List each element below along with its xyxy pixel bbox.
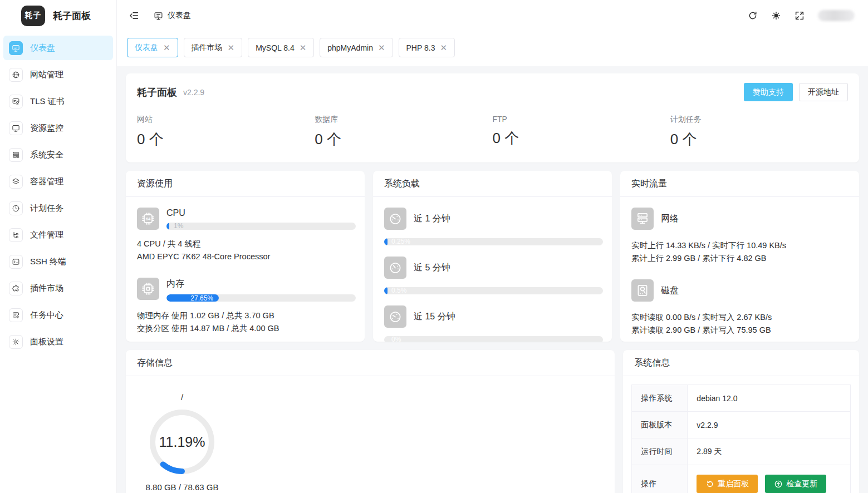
system-info-card: 系统信息 操作系统 debian 12.0 面板版本 v2.2.9 (623, 350, 859, 493)
tab-dashboard[interactable]: 仪表盘✕ (127, 38, 178, 57)
terminal-icon (9, 255, 23, 269)
app-root: 耗子 耗子面板 仪表盘 网站管理 TLS 证书 资源监控 系统安全 (0, 0, 868, 493)
sidebar-item-label: 插件市场 (30, 283, 63, 294)
restart-panel-button[interactable]: 重启面板 (697, 475, 758, 493)
stat-label: 计划任务 (670, 115, 848, 125)
sidebar-item-cron[interactable]: 计划任务 (3, 196, 113, 220)
panel-overview-card: 耗子面板 v2.2.9 赞助支持 开源地址 网站 0 个 数据库 0 个 (126, 73, 859, 162)
source-button[interactable]: 开源地址 (799, 83, 848, 101)
stat-value: 0 个 (315, 130, 492, 149)
stat-value: 0 个 (670, 130, 848, 149)
load-row-15min: 近 15 分钟 0% (384, 305, 603, 342)
close-icon[interactable]: ✕ (440, 43, 447, 52)
tab-mysql[interactable]: MySQL 8.4✕ (248, 38, 314, 57)
cpu-percent-label: 1% (174, 223, 183, 230)
main-column: 仪表盘 仪表盘✕ 插件市场✕ MySQL 8.4✕ phpMyAdmin✕ (117, 0, 868, 493)
disk-realtime-line: 实时读取 0.00 B/s / 实时写入 2.67 KB/s (631, 311, 850, 324)
sidebar-item-ssh[interactable]: SSH 终端 (3, 249, 113, 274)
restart-button-label: 重启面板 (718, 479, 749, 489)
theme-sun-icon[interactable] (771, 11, 781, 21)
panel-version-label: 面板版本 (632, 412, 688, 438)
uptime-value: 2.89 天 (688, 438, 851, 465)
close-icon[interactable]: ✕ (300, 43, 307, 52)
sidebar: 耗子 耗子面板 仪表盘 网站管理 TLS 证书 资源监控 系统安全 (0, 0, 117, 493)
cpu-progress-bar: 1% (166, 223, 356, 230)
load-label: 近 15 分钟 (414, 311, 455, 323)
tab-label: PHP 8.3 (406, 43, 435, 52)
uptime-label: 运行时间 (632, 438, 688, 465)
tabbar: 仪表盘✕ 插件市场✕ MySQL 8.4✕ phpMyAdmin✕ PHP 8.… (117, 31, 868, 66)
sidebar-item-containers[interactable]: 容器管理 (3, 169, 113, 194)
user-avatar-pill[interactable] (818, 10, 855, 21)
storage-mount-block: / 11.19% 8.80 GB / 78.63 GB (140, 387, 224, 492)
memory-label: 内存 (166, 278, 356, 290)
sidebar-item-label: 仪表盘 (30, 43, 55, 53)
puzzle-icon (9, 282, 23, 295)
table-row: 运行时间 2.89 天 (632, 438, 851, 465)
network-label: 网络 (661, 213, 679, 225)
disk-drive-icon (631, 279, 654, 302)
sidebar-item-tls[interactable]: TLS 证书 (3, 89, 113, 114)
sponsor-button[interactable]: 赞助支持 (744, 83, 793, 101)
close-icon[interactable]: ✕ (163, 43, 170, 52)
memory-chip-icon (137, 278, 159, 300)
sidebar-item-security[interactable]: 系统安全 (3, 142, 113, 167)
system-info-table: 操作系统 debian 12.0 面板版本 v2.2.9 运行时间 2.89 天 (631, 384, 851, 493)
sidebar-item-plugins[interactable]: 插件市场 (3, 276, 113, 300)
tab-label: 仪表盘 (135, 43, 158, 53)
close-icon[interactable]: ✕ (378, 43, 385, 52)
sidebar-item-settings[interactable]: 面板设置 (3, 329, 113, 354)
system-load-card: 系统负载 近 1 分钟 0.25% (373, 171, 612, 342)
stat-databases: 数据库 0 个 (315, 115, 492, 149)
topbar-actions (748, 10, 855, 21)
table-row: 面板版本 v2.2.9 (632, 412, 851, 438)
sidebar-item-monitor[interactable]: 资源监控 (3, 116, 113, 140)
tab-phpmyadmin[interactable]: phpMyAdmin✕ (320, 38, 393, 57)
gauge-icon (384, 257, 406, 279)
sidebar-item-label: 文件管理 (30, 230, 63, 240)
network-server-icon (631, 208, 654, 230)
gear-icon (9, 335, 23, 349)
disk-label: 磁盘 (661, 285, 679, 297)
tab-php[interactable]: PHP 8.3✕ (399, 38, 455, 57)
dashboard-breadcrumb-icon (154, 11, 163, 21)
sidebar-item-websites[interactable]: 网站管理 (3, 62, 113, 87)
stat-value: 0 个 (493, 129, 670, 148)
check-update-button[interactable]: 检查更新 (765, 475, 826, 493)
sidebar-item-files[interactable]: 文件管理 (3, 223, 113, 247)
network-total-line: 累计上行 2.99 GB / 累计下行 4.82 GB (631, 252, 850, 265)
memory-swap-line: 交换分区 使用 14.87 MB / 总共 4.00 GB (137, 322, 356, 335)
stat-websites: 网站 0 个 (137, 115, 315, 149)
card-title: 系统负载 (373, 171, 612, 197)
load-row-1min: 近 1 分钟 0.25% (384, 208, 603, 245)
app-logo: 耗子 (21, 6, 45, 26)
sidebar-item-label: 任务中心 (30, 310, 63, 321)
collapse-sidebar-icon[interactable] (129, 11, 139, 21)
layers-icon (9, 175, 23, 189)
file-tree-icon (9, 228, 23, 242)
tab-label: phpMyAdmin (327, 43, 373, 52)
cpu-chip-icon: 64 (137, 208, 159, 230)
memory-progress-bar: 27.65% (166, 294, 356, 302)
sidebar-item-label: 计划任务 (30, 203, 63, 214)
update-arrow-icon (774, 480, 783, 489)
card-title: 系统信息 (623, 350, 859, 376)
cpu-model-line: AMD EPYC 7K62 48-Core Processor (137, 250, 356, 263)
sidebar-item-tasks[interactable]: 任务中心 (3, 303, 113, 327)
stat-label: FTP (493, 115, 670, 124)
globe-icon (9, 68, 23, 82)
update-button-label: 检查更新 (786, 479, 817, 489)
refresh-icon[interactable] (748, 11, 758, 21)
fullscreen-icon[interactable] (795, 11, 805, 21)
gauge-icon (384, 208, 406, 230)
load-label: 近 5 分钟 (414, 262, 450, 274)
monitor-icon (9, 121, 23, 135)
tab-plugin-market[interactable]: 插件市场✕ (184, 38, 243, 57)
storage-usage-text: 8.80 GB / 78.63 GB (146, 482, 219, 492)
sidebar-item-dashboard[interactable]: 仪表盘 (3, 36, 113, 60)
logo-row: 耗子 耗子面板 (0, 0, 116, 31)
os-value: debian 12.0 (688, 385, 851, 412)
realtime-traffic-card: 实时流量 网络 实时上行 14.33 KB/s / 实时下行 10.49 KB/… (620, 171, 859, 342)
load-percent-label: 0.25% (391, 238, 410, 245)
close-icon[interactable]: ✕ (228, 43, 235, 52)
